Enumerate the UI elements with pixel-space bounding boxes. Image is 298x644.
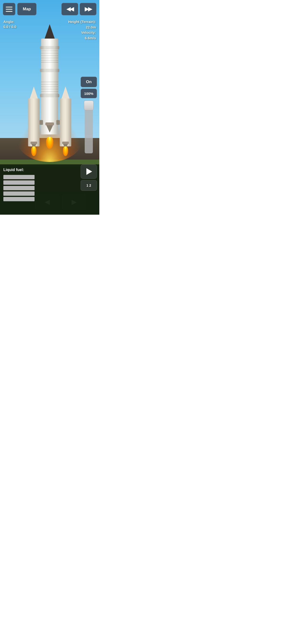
main-nozzle: [46, 125, 53, 132]
hamburger-line-3: [6, 11, 13, 12]
rocket: [26, 14, 74, 154]
height-value: 22.0m: [68, 25, 96, 30]
hamburger-line-1: [6, 7, 13, 8]
angle-value: 0.0 / 0.0: [3, 24, 16, 29]
fast-forward-button[interactable]: ▶▶: [80, 3, 96, 15]
app: Map ◀◀ ▶▶ Angle: 0.0 / 0.0 Height (Terra…: [0, 0, 99, 215]
right-booster-nozzle-ring: [62, 142, 69, 144]
angle-label: Angle:: [3, 19, 16, 24]
main-rocket-body: [41, 24, 58, 134]
fuel-bar-1: [3, 175, 35, 179]
rewind-icon: ◀◀: [66, 6, 73, 12]
separator-ring-2: [40, 69, 59, 72]
stage-select-button[interactable]: 1 2: [81, 180, 97, 191]
hamburger-menu-button[interactable]: [3, 3, 15, 15]
right-booster-flame: [63, 146, 68, 156]
fuel-bar-container: [3, 175, 35, 201]
separator-ring-3: [40, 94, 59, 97]
flight-stats: Height (Terrain): 22.0m Velocity: 6.6m/s: [68, 19, 96, 41]
fuel-bar-3: [3, 186, 35, 190]
main-nozzle-ring: [45, 122, 54, 125]
thrust-slider[interactable]: [85, 100, 93, 153]
stage-1-label: 1: [86, 184, 88, 187]
stage-controls: 1 2: [81, 164, 97, 191]
fuel-bar-4: [3, 192, 35, 196]
fuel-bar-2: [3, 180, 35, 185]
left-booster-nozzle-ring: [31, 142, 37, 144]
right-connector-strap: [56, 120, 60, 125]
hamburger-line-2: [6, 9, 13, 10]
velocity-label: Velocity:: [68, 30, 96, 36]
left-booster-body: [28, 98, 40, 146]
time-controls: ◀◀ ▶▶: [61, 3, 96, 15]
top-left-controls: Map: [3, 3, 37, 15]
thrust-controls: On 100%: [81, 77, 97, 153]
fuel-label: Liquid fuel:: [3, 168, 24, 172]
engine-on-button[interactable]: On: [81, 77, 97, 87]
left-booster-flame: [31, 146, 37, 156]
rewind-button[interactable]: ◀◀: [61, 3, 78, 15]
velocity-value: 6.6m/s: [68, 36, 96, 41]
fast-forward-icon: ▶▶: [85, 6, 91, 12]
left-booster: [28, 86, 40, 144]
separator-ring-1: [40, 46, 59, 49]
play-icon: [86, 168, 92, 175]
right-booster: [60, 86, 71, 144]
rib-section-upper: [41, 48, 58, 62]
right-booster-body: [60, 98, 71, 146]
map-button[interactable]: Map: [17, 3, 37, 15]
thrust-slider-thumb[interactable]: [84, 100, 94, 110]
angle-stats: Angle: 0.0 / 0.0: [3, 19, 16, 29]
height-label: Height (Terrain):: [68, 19, 96, 25]
play-button[interactable]: [81, 164, 97, 179]
stage-2-label: 2: [89, 184, 91, 187]
main-body-cylinder: [41, 38, 58, 134]
left-connector-strap: [40, 120, 43, 125]
thrust-percent-display: 100%: [81, 89, 97, 98]
fuel-bar-5: [3, 197, 35, 201]
main-flame: [46, 137, 53, 149]
